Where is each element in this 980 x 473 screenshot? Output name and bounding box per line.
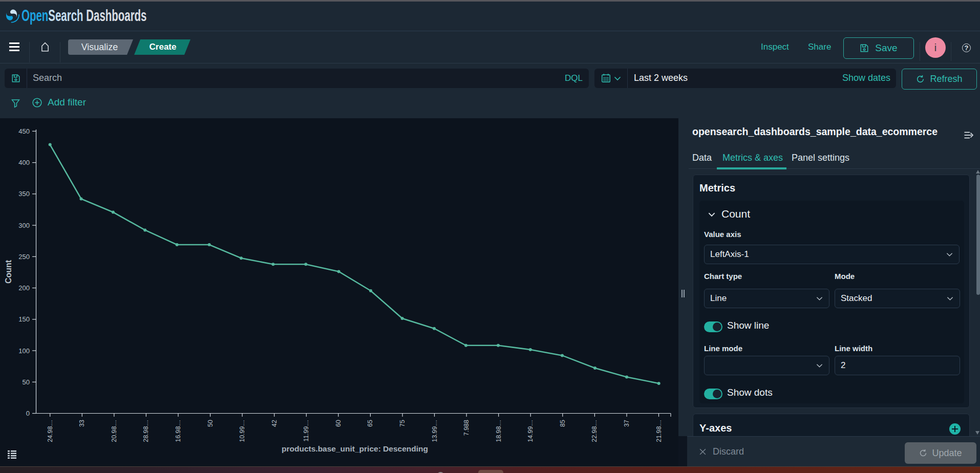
- svg-text:300: 300: [18, 222, 30, 229]
- svg-text:14.99…: 14.99…: [527, 420, 534, 442]
- svg-text:16.98…: 16.98…: [175, 420, 182, 442]
- svg-text:13.99…: 13.99…: [431, 420, 438, 442]
- svg-text:11.99…: 11.99…: [303, 420, 310, 442]
- svg-text:400: 400: [18, 159, 30, 166]
- svg-text:150: 150: [18, 315, 30, 323]
- svg-text:33: 33: [78, 420, 86, 427]
- svg-text:7.988: 7.988: [463, 420, 470, 436]
- svg-text:450: 450: [18, 127, 30, 135]
- svg-text:85: 85: [559, 420, 566, 427]
- svg-text:10.99…: 10.99…: [239, 420, 246, 442]
- svg-text:37: 37: [623, 420, 630, 427]
- svg-text:50: 50: [23, 378, 30, 386]
- svg-text:350: 350: [18, 190, 30, 198]
- svg-text:75: 75: [399, 420, 406, 427]
- svg-text:products.base_unit_price: Desc: products.base_unit_price: Descending: [282, 444, 428, 453]
- svg-text:100: 100: [18, 347, 30, 355]
- svg-text:0: 0: [26, 410, 30, 417]
- svg-text:50: 50: [207, 420, 214, 427]
- svg-text:65: 65: [367, 420, 374, 427]
- svg-text:21.98…: 21.98…: [655, 420, 663, 442]
- svg-text:60: 60: [335, 420, 342, 427]
- svg-text:24.98…: 24.98…: [47, 420, 54, 442]
- svg-text:28.98…: 28.98…: [142, 420, 150, 442]
- svg-text:42: 42: [271, 420, 278, 427]
- svg-text:200: 200: [18, 284, 30, 292]
- svg-text:22.98…: 22.98…: [591, 420, 598, 442]
- svg-text:18.98…: 18.98…: [495, 420, 502, 442]
- svg-text:Count: Count: [4, 260, 13, 284]
- svg-text:20.98…: 20.98…: [111, 420, 118, 442]
- svg-text:250: 250: [18, 253, 30, 261]
